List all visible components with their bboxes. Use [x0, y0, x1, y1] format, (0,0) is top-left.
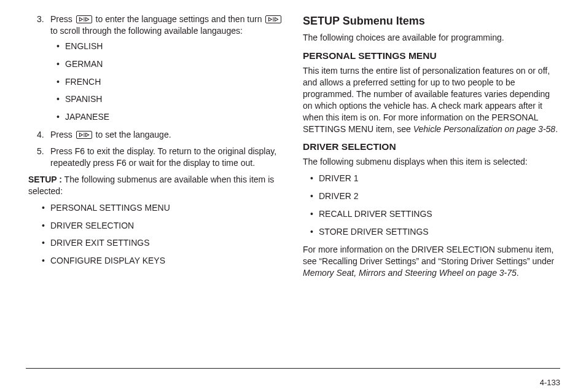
driver-selection-list: DRIVER 1 DRIVER 2 RECALL DRIVER SETTINGS… [303, 173, 560, 238]
driver-selection-intro: The following submenu displays when this… [303, 156, 560, 168]
language-list: ENGLISH GERMAN FRENCH SPANISH JAPANESE [50, 41, 286, 123]
step-5: 5. Press F6 to exit the display. To retu… [50, 146, 286, 169]
setup-intro-text: The following submenus are available whe… [28, 174, 274, 196]
svg-marker-6 [79, 133, 82, 137]
language-item: JAPANESE [65, 111, 286, 123]
language-item: SPANISH [65, 93, 286, 105]
two-column-layout: 3. Press to enter the language settings … [26, 14, 560, 284]
select-button-icon [76, 131, 92, 139]
step-4: 4. Press to set the langauge. [50, 129, 286, 141]
svg-marker-5 [275, 18, 278, 22]
language-item: FRENCH [65, 76, 286, 88]
driver-selection-paragraph: For more information on the DRIVER SELEC… [303, 244, 560, 279]
select-button-icon [265, 15, 281, 23]
step-3-post: to scroll through the following availabl… [50, 26, 243, 36]
setup-label: SETUP : [28, 174, 62, 184]
submenu-item: DRIVER EXIT SETTINGS [50, 237, 286, 249]
language-item: ENGLISH [65, 41, 286, 52]
step-number: 5. [37, 146, 44, 157]
svg-marker-0 [79, 18, 82, 22]
step-3-pre: Press [50, 14, 75, 24]
step-5-text: Press F6 to exit the display. To return … [50, 146, 276, 168]
driver-item: DRIVER 2 [319, 190, 560, 202]
steps-list: 3. Press to enter the language settings … [28, 14, 286, 169]
step-number: 4. [37, 129, 44, 141]
svg-marker-3 [269, 18, 272, 22]
submenu-item: PERSONAL SETTINGS MENU [50, 202, 286, 214]
step-3: 3. Press to enter the language settings … [50, 14, 286, 123]
step-number: 3. [37, 14, 44, 25]
language-item: GERMAN [65, 58, 286, 70]
driver-selection-ref: Memory Seat, Mirrors and Steering Wheel … [303, 268, 517, 278]
driver-item: DRIVER 1 [319, 173, 560, 184]
setup-intro-paragraph: SETUP : The following submenus are avail… [28, 174, 286, 197]
personal-settings-tail: . [555, 124, 558, 134]
setup-submenu-heading: SETUP Submenu Items [303, 14, 560, 28]
select-button-icon [76, 15, 92, 23]
step-4-pre: Press [50, 130, 75, 139]
step-4-text: Press to set the langauge. [50, 130, 171, 139]
svg-marker-2 [85, 18, 88, 22]
step-3-mid: to enter the language settings and then … [96, 14, 265, 24]
submenu-item: CONFIGURE DISPLAY KEYS [50, 255, 286, 267]
step-3-text: Press to enter the language settings and… [50, 14, 283, 36]
step-4-post: to set the langauge. [96, 130, 171, 139]
driver-item: RECALL DRIVER SETTINGS [319, 208, 560, 220]
manual-page: 3. Press to enter the language settings … [0, 0, 586, 392]
page-number: 4-133 [540, 378, 560, 387]
footer-rule [26, 368, 560, 369]
left-column: 3. Press to enter the language settings … [26, 14, 286, 284]
right-column: SETUP Submenu Items The following choice… [303, 14, 560, 284]
driver-selection-heading: DRIVER SELECTION [303, 141, 560, 154]
driver-item: STORE DRIVER SETTINGS [319, 226, 560, 238]
submenu-item: DRIVER SELECTION [50, 220, 286, 232]
personal-settings-paragraph: This item turns the entire list of perso… [303, 65, 560, 135]
setup-submenu-intro: The following choices are available for … [303, 32, 560, 44]
svg-marker-8 [85, 133, 88, 137]
driver-selection-tail: . [517, 268, 519, 278]
personal-settings-heading: PERSONAL SETTINGS MENU [303, 50, 560, 63]
personal-settings-ref: Vehicle Personalization on page 3-58 [413, 124, 555, 134]
driver-selection-body: For more information on the DRIVER SELEC… [303, 245, 554, 266]
setup-submenu-list: PERSONAL SETTINGS MENU DRIVER SELECTION … [28, 202, 286, 267]
